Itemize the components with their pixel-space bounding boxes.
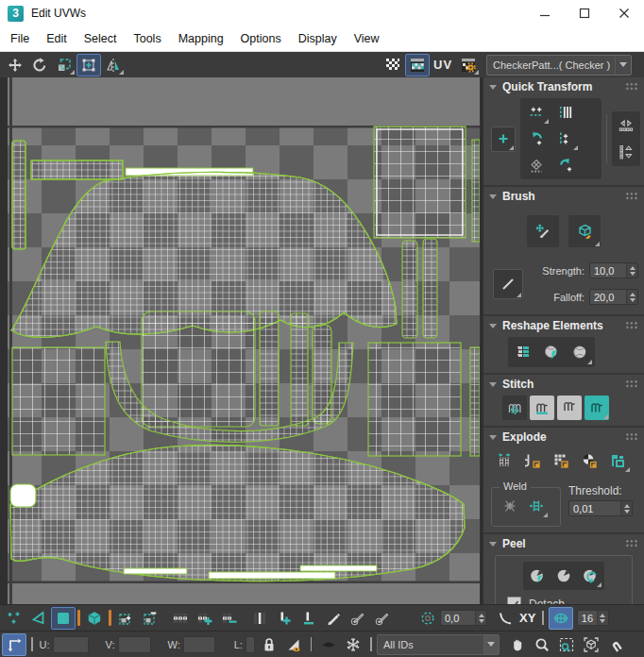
collapse-arrow-icon[interactable] bbox=[489, 324, 497, 332]
uv-island[interactable] bbox=[10, 484, 36, 507]
loop-extend-button[interactable] bbox=[297, 607, 321, 630]
l-field[interactable] bbox=[246, 636, 255, 653]
quick-peel-button[interactable] bbox=[525, 564, 550, 588]
uv-island[interactable] bbox=[472, 140, 480, 242]
relax-button[interactable] bbox=[567, 339, 593, 365]
section-header[interactable]: Peel bbox=[483, 534, 644, 553]
flatten-grid-button[interactable] bbox=[548, 448, 574, 473]
brush-falloff-button[interactable] bbox=[493, 269, 523, 299]
section-header[interactable]: Brush bbox=[483, 187, 644, 206]
stitch-custom-button[interactable] bbox=[502, 396, 527, 420]
freeze-button[interactable] bbox=[341, 633, 365, 656]
relax-brush-button[interactable] bbox=[568, 215, 601, 247]
hidden-eye-button[interactable] bbox=[316, 633, 341, 656]
menu-item-options[interactable]: Options bbox=[232, 28, 290, 49]
texture-dropdown[interactable]: CheckerPatt...( Checker ) bbox=[486, 55, 632, 76]
break-button[interactable] bbox=[491, 448, 517, 473]
uv-island[interactable] bbox=[470, 347, 480, 456]
w-field[interactable] bbox=[183, 636, 215, 653]
spinner-arrows-icon[interactable] bbox=[626, 263, 637, 278]
uv-island[interactable] bbox=[260, 312, 279, 426]
paint-subtract-button[interactable] bbox=[370, 607, 395, 630]
detach-checkbox[interactable] bbox=[507, 597, 521, 604]
shrink-selection-button[interactable] bbox=[138, 607, 162, 630]
rotate-cw-button[interactable] bbox=[551, 153, 579, 177]
uv-island-square[interactable] bbox=[374, 126, 466, 238]
pan-button[interactable] bbox=[505, 633, 530, 656]
soft-selection-spinner[interactable]: 0,0 bbox=[440, 610, 487, 626]
uv-island[interactable] bbox=[291, 313, 308, 426]
uv-island[interactable] bbox=[423, 239, 437, 338]
scale-tool-button[interactable] bbox=[52, 54, 76, 76]
menu-item-tools[interactable]: Tools bbox=[125, 28, 169, 49]
freeform-mode-button[interactable] bbox=[76, 54, 101, 76]
move-tool-button[interactable] bbox=[3, 54, 27, 76]
soft-selection-value[interactable]: 0,0 bbox=[441, 611, 475, 625]
menu-item-display[interactable]: Display bbox=[290, 28, 346, 49]
weld-target-button[interactable] bbox=[498, 494, 522, 518]
all-ids-dropdown[interactable]: All IDs bbox=[377, 634, 500, 655]
flatten-polygon-button[interactable] bbox=[576, 448, 602, 473]
section-header[interactable]: Stitch bbox=[483, 375, 644, 394]
grip-handle-icon[interactable] bbox=[625, 192, 638, 201]
uv-canvas[interactable] bbox=[8, 77, 480, 604]
maximize-button[interactable] bbox=[565, 0, 604, 26]
u-field[interactable] bbox=[53, 636, 89, 653]
grow-selection-button[interactable] bbox=[113, 607, 138, 630]
soft-selection-button[interactable] bbox=[415, 607, 440, 630]
vertex-mode-button[interactable] bbox=[2, 607, 26, 630]
row-grow-button[interactable] bbox=[193, 607, 217, 630]
strength-value[interactable]: 10,0 bbox=[590, 263, 626, 278]
checker-toggle-button[interactable] bbox=[381, 54, 405, 76]
column-select-button[interactable] bbox=[247, 607, 272, 630]
grip-handle-icon[interactable] bbox=[625, 539, 638, 548]
polygon-mode-button[interactable] bbox=[51, 607, 76, 630]
zoom-button[interactable] bbox=[530, 633, 554, 656]
strength-spinner[interactable]: 10,0 bbox=[589, 262, 638, 278]
flatten-smoothing-button[interactable] bbox=[519, 448, 546, 473]
rotate-tool-button[interactable] bbox=[27, 54, 52, 76]
axis-label[interactable]: XY bbox=[519, 611, 535, 625]
zoom-extents-button[interactable] bbox=[579, 633, 603, 656]
element-mode-button[interactable] bbox=[82, 607, 107, 630]
uv-island-square[interactable] bbox=[368, 343, 461, 456]
all-ids-arrow-icon[interactable] bbox=[483, 635, 499, 654]
snap-magnet-button[interactable] bbox=[603, 633, 628, 656]
paint-add-button[interactable] bbox=[346, 607, 370, 630]
menu-item-view[interactable]: View bbox=[346, 28, 388, 49]
section-header[interactable]: Reshape Elements bbox=[483, 316, 644, 335]
edge-distort-button[interactable] bbox=[549, 607, 573, 630]
peel-reset-button[interactable] bbox=[578, 564, 602, 588]
relax-until-flat-button[interactable] bbox=[538, 339, 565, 365]
menu-item-mapping[interactable]: Mapping bbox=[170, 28, 232, 49]
spinner-arrows-icon[interactable] bbox=[620, 501, 632, 515]
rotate-ccw-button[interactable] bbox=[522, 126, 550, 151]
v-field[interactable] bbox=[118, 636, 151, 653]
pattern-active-button[interactable] bbox=[405, 54, 430, 76]
stitch-target-button[interactable] bbox=[585, 396, 609, 420]
falloff-spinner[interactable]: 20,0 bbox=[589, 289, 638, 305]
qt-main-button[interactable] bbox=[491, 126, 516, 152]
weld-selected-button[interactable] bbox=[524, 494, 549, 518]
grid-size-spinner[interactable]: 16 bbox=[577, 610, 609, 626]
weld-diamond-button[interactable] bbox=[522, 153, 550, 177]
collapse-arrow-icon[interactable] bbox=[489, 435, 497, 444]
pattern-settings-button[interactable] bbox=[456, 54, 481, 76]
stitch-source-button[interactable] bbox=[557, 396, 582, 420]
minimize-button[interactable] bbox=[525, 0, 565, 26]
lock-selection-button[interactable] bbox=[257, 633, 281, 656]
threshold-value[interactable]: 0,01 bbox=[569, 501, 620, 515]
absolute-offset-button[interactable] bbox=[2, 633, 26, 656]
spacing-vertical-button[interactable] bbox=[614, 140, 638, 164]
grip-handle-icon[interactable] bbox=[625, 82, 638, 92]
menu-item-edit[interactable]: Edit bbox=[38, 28, 76, 49]
texture-dropdown-arrow-icon[interactable] bbox=[615, 56, 631, 75]
menu-item-file[interactable]: File bbox=[2, 28, 38, 49]
grid-size-value[interactable]: 16 bbox=[578, 611, 597, 625]
grip-handle-icon[interactable] bbox=[625, 321, 638, 330]
spinner-arrows-icon[interactable] bbox=[475, 611, 486, 625]
uv-island[interactable] bbox=[31, 160, 123, 179]
uv-island[interactable] bbox=[142, 312, 255, 427]
filter-faces-button[interactable] bbox=[281, 633, 306, 656]
grip-handle-icon[interactable] bbox=[625, 379, 638, 389]
